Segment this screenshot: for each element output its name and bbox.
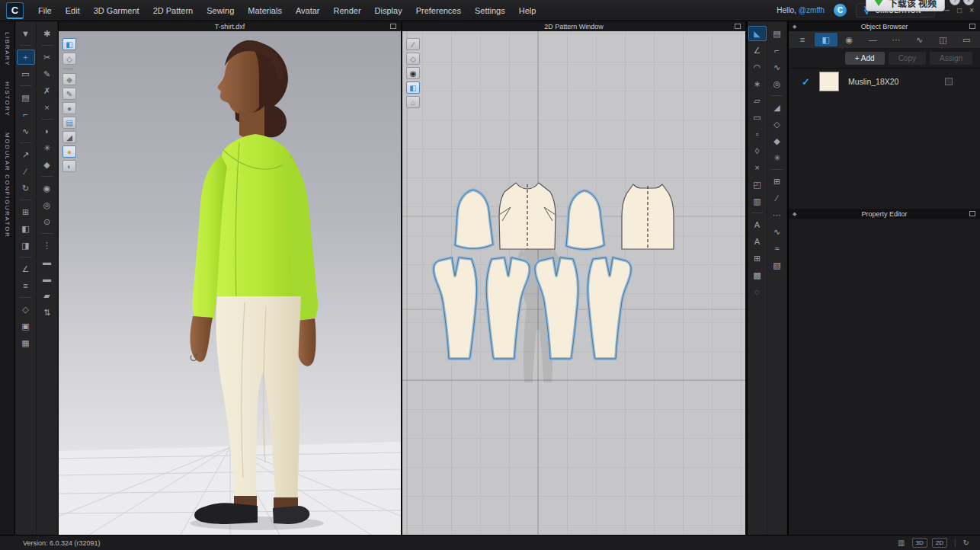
sync-icon[interactable]: ↻ (963, 539, 969, 547)
menu-edit[interactable]: Edit (59, 4, 87, 18)
show-3d-pattern-icon[interactable]: ◧ (62, 38, 76, 50)
puckering-icon[interactable]: ✳ (768, 150, 786, 165)
trace-icon[interactable]: ◰ (748, 177, 767, 192)
fabric-book-icon[interactable]: ▤ (62, 117, 76, 129)
edit-pattern-icon[interactable]: ∠ (748, 43, 767, 58)
remove-sewing-icon[interactable]: × (38, 100, 56, 115)
fold-arrangement-icon[interactable]: ◧ (17, 221, 35, 236)
buttonhole-icon[interactable]: ⊙ (38, 214, 56, 229)
tab-fabric-icon[interactable]: ◧ (815, 33, 837, 46)
texture-edit-icon[interactable]: ▧ (768, 257, 786, 273)
tab-history[interactable]: HISTORY (4, 82, 11, 117)
fit-garment-icon[interactable]: ◆ (38, 157, 56, 172)
snap-dot-icon[interactable]: ◉ (38, 181, 56, 196)
app-logo[interactable]: C (6, 2, 24, 19)
rotate-pattern-icon[interactable]: ↻ (17, 181, 35, 196)
pattern-piece-back-bodice[interactable] (622, 184, 674, 249)
shoe-fit-icon[interactable]: ◗ (38, 123, 56, 139)
flatten-garment-icon[interactable]: ◇ (17, 302, 35, 317)
account-greeting[interactable]: Hello,@zmffh (777, 6, 825, 14)
menu-avatar[interactable]: Avatar (289, 4, 327, 18)
transform-pattern-icon[interactable]: ◣ (748, 26, 767, 41)
free-sewing-icon[interactable]: ∿ (17, 123, 35, 139)
avatar-3d[interactable] (150, 36, 356, 531)
fold-iron-icon[interactable]: ◢ (768, 100, 786, 115)
minimize-button[interactable]: ─ (944, 6, 950, 14)
stitch-ripper-icon[interactable]: ✗ (38, 83, 56, 98)
gradient-roll-icon[interactable]: ▰ (38, 288, 56, 303)
simulate-icon[interactable]: ▼ (17, 26, 35, 41)
object-browser-expand-icon[interactable] (969, 24, 975, 29)
property-editor-expand-icon[interactable] (969, 211, 975, 216)
tab-piping-icon[interactable]: ◫ (932, 33, 955, 46)
garment-2d-icon[interactable]: ◇ (406, 53, 420, 65)
menu-preferences[interactable]: Preferences (409, 4, 468, 18)
viewport-3d[interactable]: ◧◇◆✎●▤◢●◐ ↺ (59, 31, 401, 535)
pattern-piece-pant-1[interactable] (434, 257, 477, 359)
detect-sewing-icon[interactable]: ◎ (768, 76, 786, 91)
fabric-list-item[interactable]: ✓ Muslin_18X20 (789, 69, 980, 94)
view-2d-button[interactable]: 2D (932, 538, 947, 548)
avatar-figure-icon[interactable]: ● (62, 102, 76, 114)
tab-topstitch-icon[interactable]: — (861, 33, 884, 46)
text-icon[interactable]: A (748, 217, 767, 232)
scissors-icon[interactable]: ✂ (38, 50, 56, 65)
fabric-swatch[interactable] (819, 72, 839, 91)
stroke-visibility-icon[interactable]: ∕ (406, 38, 420, 50)
pattern-piece-pant-4[interactable] (588, 257, 631, 359)
menu-3d-garment[interactable]: 3D Garment (87, 4, 146, 18)
dock-icon[interactable]: ◆ (793, 24, 796, 30)
show-garment-icon[interactable]: ◇ (62, 53, 76, 65)
menu-2d-pattern[interactable]: 2D Pattern (146, 4, 200, 18)
free-sewing-2d-icon[interactable]: ∿ (768, 59, 786, 75)
rectangle-icon[interactable]: ▭ (748, 110, 767, 125)
globe-icon[interactable]: ◐ (62, 160, 76, 172)
cloud-icon[interactable]: C (834, 4, 847, 17)
add-point-icon[interactable]: ∗ (748, 76, 767, 91)
puller-icon[interactable]: ⇅ (38, 305, 56, 320)
close-button[interactable]: × (969, 6, 974, 14)
wedge-icon[interactable]: ◢ (62, 131, 76, 143)
fabric-roll-icon[interactable]: ▬ (38, 254, 56, 270)
pane-2d-expand-icon[interactable] (735, 24, 741, 29)
web-snap-icon[interactable]: ✳ (38, 140, 56, 155)
save-icon[interactable] (945, 78, 953, 85)
pane-3d-expand-icon[interactable] (390, 24, 396, 29)
edit-curvature-icon[interactable]: ◠ (748, 59, 767, 75)
button-tool-icon[interactable]: ◎ (38, 197, 56, 213)
add-button[interactable]: + Add (845, 52, 885, 65)
menu-help[interactable]: Help (512, 4, 543, 18)
fabric-roll-2-icon[interactable]: ▬ (38, 271, 56, 286)
tab-button-icon[interactable]: ◉ (838, 33, 861, 46)
pattern-piece-sleeve-right[interactable] (566, 190, 604, 249)
assign-button[interactable]: Assign (930, 52, 972, 65)
pin-brush-icon[interactable]: ✎ (62, 88, 76, 100)
stitch-slash-icon[interactable]: ∕ (768, 190, 786, 206)
menu-display[interactable]: Display (368, 4, 409, 18)
tab-library[interactable]: LIBRARY (4, 32, 11, 66)
wave-measure-icon[interactable]: ≈ (768, 241, 786, 256)
pattern-canvas-2d[interactable]: ∕◇◉◧⌂ (402, 31, 745, 535)
menu-file[interactable]: File (31, 4, 59, 18)
stamp-avatar-icon[interactable]: ◌ (748, 284, 767, 299)
texture-shirt-icon[interactable]: ▩ (748, 267, 767, 283)
restore-button[interactable]: □ (957, 6, 962, 14)
fabric-brush-icon[interactable]: ✎ (38, 66, 56, 82)
basting-icon[interactable]: ⋯ (768, 207, 786, 222)
garment-pants[interactable] (216, 296, 301, 507)
polygon-icon[interactable]: ▱ (748, 93, 767, 108)
lock-pattern-icon[interactable]: ⌂ (406, 96, 420, 108)
menu-render[interactable]: Render (327, 4, 368, 18)
edit-sewing-icon[interactable]: ⌐ (17, 107, 35, 122)
tab-scene-list-icon[interactable]: ≡ (791, 33, 814, 46)
dart-icon[interactable]: ◊ (748, 143, 767, 158)
solidify-icon[interactable]: ◨ (17, 238, 35, 253)
text-style-icon[interactable]: A (748, 234, 767, 249)
split-view-icon[interactable]: ▥ (898, 539, 905, 547)
menu-sewing[interactable]: Sewing (200, 4, 241, 18)
pattern-piece-front-bodice[interactable] (499, 183, 556, 249)
view-3d-button[interactable]: 3D (912, 538, 927, 548)
pin-icon[interactable]: ↗ (17, 147, 35, 162)
tab-puckering-icon[interactable]: ∿ (908, 33, 931, 46)
pattern-piece-pant-2[interactable] (486, 257, 530, 359)
